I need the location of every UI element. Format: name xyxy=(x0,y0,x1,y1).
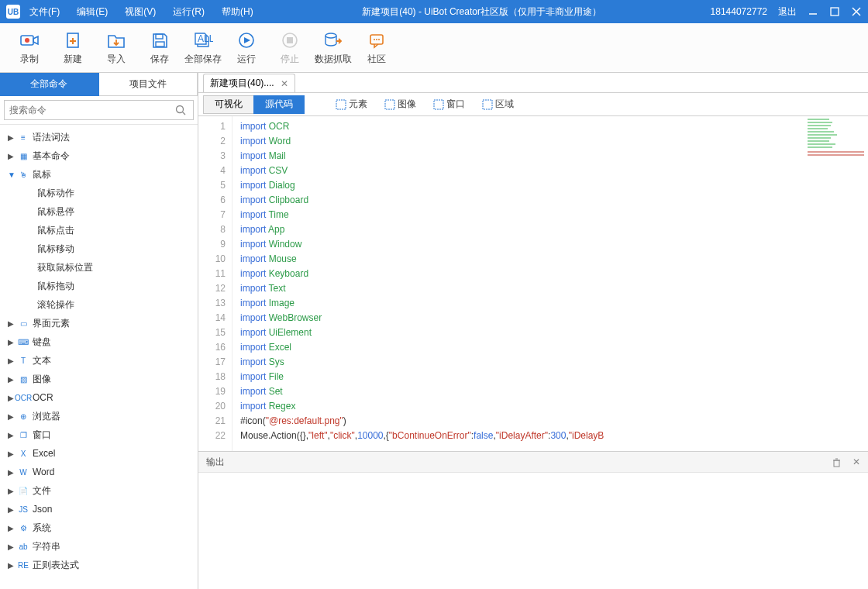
code-area[interactable]: import OCRimport Wordimport Mailimport C… xyxy=(232,116,868,451)
view-tab[interactable]: 可视化 xyxy=(203,95,254,114)
expand-icon[interactable]: ▶ xyxy=(8,338,14,346)
expand-icon[interactable]: ▶ xyxy=(8,412,14,421)
tree-node[interactable]: ▶▭界面元素 xyxy=(0,314,198,332)
output-close-icon[interactable]: ✕ xyxy=(852,456,860,467)
minimize-icon[interactable] xyxy=(808,6,818,17)
sidebar-tab[interactable]: 全部命令 xyxy=(0,73,99,96)
expand-icon[interactable]: ▶ xyxy=(8,356,14,365)
code-line[interactable]: import Text xyxy=(240,281,868,296)
toolbar-新建[interactable]: 新建 xyxy=(54,31,91,66)
menu-item[interactable]: 文件(F) xyxy=(29,5,60,19)
code-line[interactable]: import Time xyxy=(240,208,868,222)
tree-node[interactable]: ▶❐窗口 xyxy=(0,425,198,444)
expand-icon[interactable]: ▶ xyxy=(8,561,14,570)
expand-icon[interactable]: ▶ xyxy=(8,468,14,477)
code-line[interactable]: import CSV xyxy=(240,164,868,178)
expand-icon[interactable]: ▶ xyxy=(8,542,14,551)
expand-icon[interactable]: ▼ xyxy=(8,170,14,179)
tree-node[interactable]: ▶OCROCR xyxy=(0,388,198,407)
code-line[interactable]: import Window xyxy=(240,237,868,252)
code-line[interactable]: import Mail xyxy=(240,149,868,164)
view-tool[interactable]: 元素 xyxy=(336,98,367,111)
code-line[interactable]: import Set xyxy=(240,384,868,399)
document-tab[interactable]: 新建项目(40).... ✕ xyxy=(203,74,295,92)
tab-close-icon[interactable]: ✕ xyxy=(281,78,288,89)
code-line[interactable]: import Mouse xyxy=(240,252,868,267)
minimap[interactable] xyxy=(798,116,868,178)
code-line[interactable]: import Image xyxy=(240,296,868,311)
code-line[interactable]: import Excel xyxy=(240,340,868,355)
expand-icon[interactable]: ▶ xyxy=(8,487,14,495)
trash-icon[interactable] xyxy=(832,457,842,467)
expand-icon[interactable]: ▶ xyxy=(8,133,14,142)
menu-item[interactable]: 编辑(E) xyxy=(77,5,108,19)
tree-node[interactable]: ▶XExcel xyxy=(0,444,198,463)
tree-leaf[interactable]: 获取鼠标位置 xyxy=(0,258,198,277)
tree-leaf[interactable]: 鼠标拖动 xyxy=(0,277,198,295)
close-icon[interactable] xyxy=(851,6,862,17)
tree-node[interactable]: ▶T文本 xyxy=(0,351,198,370)
toolbar-录制[interactable]: 录制 xyxy=(11,31,48,66)
tree-leaf[interactable]: 鼠标悬停 xyxy=(0,202,198,221)
tree-node[interactable]: ▶▦基本命令 xyxy=(0,146,198,165)
tree-node[interactable]: ▶≡语法词法 xyxy=(0,128,198,146)
tree-node[interactable]: ▶▧图像 xyxy=(0,370,198,388)
tree-node[interactable]: ▶⌨键盘 xyxy=(0,332,198,351)
node-icon: W xyxy=(17,467,29,477)
expand-icon[interactable]: ▶ xyxy=(8,450,14,458)
toolbar-导入[interactable]: 导入 xyxy=(98,31,135,66)
toolbar-数据抓取[interactable]: 数据抓取 xyxy=(315,31,352,66)
toolbar-运行[interactable]: 运行 xyxy=(228,31,265,66)
tree-leaf[interactable]: 滚轮操作 xyxy=(0,295,198,314)
tree-node[interactable]: ▶⚙系统 xyxy=(0,518,198,537)
menu-item[interactable]: 视图(V) xyxy=(125,5,156,19)
code-line[interactable]: Mouse.Action({},"left","click",10000,{"b… xyxy=(240,429,868,443)
code-editor[interactable]: 12345678910111213141516171819202122 impo… xyxy=(198,116,868,451)
tree-node[interactable]: ▶JSJson xyxy=(0,500,198,518)
logout-link[interactable]: 退出 xyxy=(778,5,797,19)
view-tool[interactable]: 区域 xyxy=(482,98,514,111)
toolbar-社区[interactable]: 社区 xyxy=(358,31,395,66)
menu-item[interactable]: 帮助(H) xyxy=(222,5,253,19)
view-tool[interactable]: 窗口 xyxy=(433,98,465,111)
expand-icon[interactable]: ▶ xyxy=(8,524,14,532)
toolbar-保存[interactable]: 保存 xyxy=(141,31,178,66)
tree-node[interactable]: ▼🖱鼠标 xyxy=(0,165,198,184)
search-icon[interactable] xyxy=(175,105,186,115)
code-line[interactable]: import OCR xyxy=(240,119,868,134)
tree-node[interactable]: ▶⊕浏览器 xyxy=(0,407,198,425)
view-tab[interactable]: 源代码 xyxy=(253,95,305,114)
code-line[interactable]: import Sys xyxy=(240,355,868,370)
code-line[interactable]: import Dialog xyxy=(240,178,868,193)
expand-icon[interactable]: ▶ xyxy=(8,505,14,514)
view-tool[interactable]: 图像 xyxy=(384,98,416,111)
code-line[interactable]: import App xyxy=(240,222,868,237)
expand-icon[interactable]: ▶ xyxy=(8,319,14,328)
tree-node[interactable]: ▶ab字符串 xyxy=(0,537,198,556)
tree-node[interactable]: ▶RE正则表达式 xyxy=(0,556,198,574)
search-input[interactable] xyxy=(4,100,194,120)
tree-node[interactable]: ▶📄文件 xyxy=(0,481,198,500)
expand-icon[interactable]: ▶ xyxy=(8,394,14,402)
code-line[interactable]: import Regex xyxy=(240,399,868,414)
main-menu: 文件(F)编辑(E)视图(V)运行(R)帮助(H) xyxy=(29,5,253,19)
code-line[interactable]: import Keyboard xyxy=(240,267,868,281)
code-line[interactable]: import Clipboard xyxy=(240,193,868,208)
tree-leaf[interactable]: 鼠标点击 xyxy=(0,221,198,239)
maximize-icon[interactable] xyxy=(829,6,840,17)
code-line[interactable]: import Word xyxy=(240,134,868,149)
tree-leaf[interactable]: 鼠标移动 xyxy=(0,239,198,258)
expand-icon[interactable]: ▶ xyxy=(8,375,14,384)
code-line[interactable]: import WebBrowser xyxy=(240,311,868,326)
sidebar-tab[interactable]: 项目文件 xyxy=(99,73,198,96)
menu-item[interactable]: 运行(R) xyxy=(173,5,205,19)
expand-icon[interactable]: ▶ xyxy=(8,431,14,439)
tree-label: 界面元素 xyxy=(33,317,70,330)
code-line[interactable]: #icon("@res:default.png") xyxy=(240,414,868,429)
tree-node[interactable]: ▶WWord xyxy=(0,463,198,481)
toolbar-全部保存[interactable]: ALL全部保存 xyxy=(184,31,222,66)
tree-leaf[interactable]: 鼠标动作 xyxy=(0,184,198,202)
code-line[interactable]: import UiElement xyxy=(240,326,868,340)
expand-icon[interactable]: ▶ xyxy=(8,152,14,160)
code-line[interactable]: import File xyxy=(240,370,868,384)
